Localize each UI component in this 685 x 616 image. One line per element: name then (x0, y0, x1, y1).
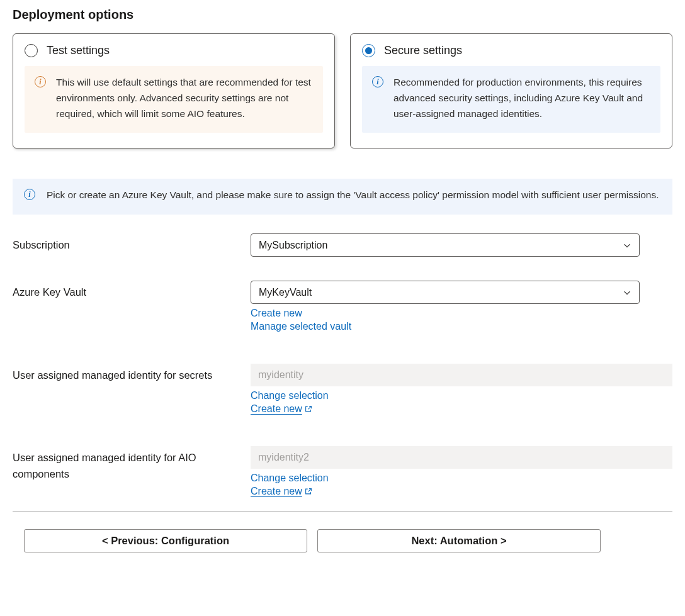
link-uami-secrets-change[interactable]: Change selection (251, 390, 329, 401)
info-icon: i (35, 76, 46, 87)
divider (13, 511, 672, 512)
banner-text: Pick or create an Azure Key Vault, and p… (47, 188, 659, 203)
link-uami-aio-change[interactable]: Change selection (251, 473, 329, 484)
row-uami-secrets: User assigned managed identity for secre… (13, 364, 672, 415)
external-link-icon (304, 405, 313, 413)
next-button[interactable]: Next: Automation > (317, 529, 601, 552)
option-hint-text-test: This will use default settings that are … (56, 75, 313, 121)
link-uami-secrets-create-text: Create new (251, 403, 302, 415)
select-key-vault[interactable]: MyKeyVault (251, 281, 640, 304)
key-vault-banner: i Pick or create an Azure Key Vault, and… (13, 179, 672, 215)
option-card-secure[interactable]: Secure settings i Recommended for produc… (350, 33, 672, 148)
option-hint-text-secure: Recommended for production environments,… (393, 75, 650, 121)
option-hint-secure: i Recommended for production environment… (362, 66, 660, 133)
section-title: Deployment options (13, 8, 672, 22)
external-link-icon (304, 487, 313, 496)
label-uami-secrets: User assigned managed identity for secre… (13, 364, 251, 384)
link-uami-aio-create[interactable]: Create new (251, 486, 313, 497)
prev-button[interactable]: < Previous: Configuration (24, 529, 307, 552)
link-key-vault-manage[interactable]: Manage selected vault (251, 321, 351, 332)
radio-secure[interactable] (362, 44, 375, 57)
label-uami-aio: User assigned managed identity for AIO c… (13, 446, 251, 482)
row-key-vault: Azure Key Vault MyKeyVault Create new Ma… (13, 281, 672, 332)
link-uami-secrets-create[interactable]: Create new (251, 403, 313, 415)
radio-test[interactable] (25, 44, 38, 57)
deployment-options-row: Test settings i This will use default se… (13, 33, 672, 148)
wizard-nav: < Previous: Configuration Next: Automati… (13, 529, 672, 552)
chevron-down-icon (623, 241, 631, 250)
option-header-secure: Secure settings (362, 44, 660, 57)
select-subscription[interactable]: MySubscription (251, 233, 640, 257)
option-title-secure: Secure settings (384, 44, 462, 57)
label-subscription: Subscription (13, 233, 251, 254)
info-icon: i (372, 76, 383, 87)
link-uami-aio-create-text: Create new (251, 486, 302, 497)
row-uami-aio: User assigned managed identity for AIO c… (13, 446, 672, 497)
link-key-vault-create[interactable]: Create new (251, 308, 302, 319)
option-header-test: Test settings (25, 44, 323, 57)
info-icon: i (24, 189, 35, 200)
select-subscription-value: MySubscription (259, 240, 327, 251)
option-hint-test: i This will use default settings that ar… (25, 66, 323, 133)
option-card-test[interactable]: Test settings i This will use default se… (13, 33, 335, 148)
input-uami-aio: myidentity2 (251, 446, 672, 469)
chevron-down-icon (623, 288, 631, 297)
input-uami-secrets: myidentity (251, 364, 672, 386)
row-subscription: Subscription MySubscription (13, 233, 672, 257)
label-key-vault: Azure Key Vault (13, 281, 251, 301)
select-key-vault-value: MyKeyVault (259, 287, 312, 298)
option-title-test: Test settings (47, 44, 110, 57)
